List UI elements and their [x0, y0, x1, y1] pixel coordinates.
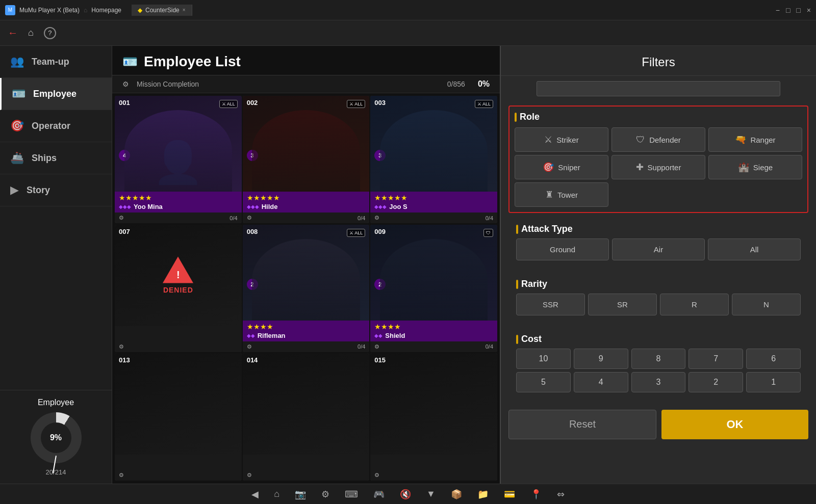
teamup-label: Team-up — [32, 57, 69, 67]
taskbar-pin-icon[interactable]: 📍 — [530, 489, 542, 500]
tower-icon: ♜ — [545, 189, 553, 200]
cost-4-button[interactable]: 4 — [574, 372, 628, 392]
sidebar-item-ships[interactable]: 🚢 Ships — [0, 142, 112, 174]
card-002[interactable]: 002 ⚔ALL 3 ★★★★★ ◆◆◆ Hilde ⚙ — [243, 96, 370, 223]
card-003-bottom: ★★★★★ ◆◆◆ Joo S — [370, 192, 497, 213]
back-button[interactable]: ← — [8, 27, 18, 39]
supporter-button[interactable]: ✚ Supporter — [611, 155, 705, 179]
card-007-progress: ⚙ — [115, 341, 242, 352]
card-001-progress: ⚙ 0/4 — [115, 213, 242, 223]
close-window-button[interactable]: × — [807, 6, 811, 14]
operator-icon: 🎯 — [10, 119, 24, 132]
app-icon: M — [5, 5, 15, 15]
card-008[interactable]: 008 ⚔ALL 2 ★★★★ ◆◆ Rifleman ⚙ — [243, 225, 370, 352]
employee-list-title: Employee List — [144, 54, 241, 70]
air-button[interactable]: Air — [612, 238, 705, 260]
taskbar-mute-icon[interactable]: 🔇 — [400, 489, 411, 500]
card-001-mission-count: 0/4 — [230, 215, 237, 221]
card-014-image — [243, 353, 370, 455]
cost-title: Cost — [521, 334, 542, 344]
sniper-button[interactable]: 🎯 Sniper — [515, 155, 608, 179]
n-button[interactable]: N — [732, 294, 801, 315]
sidebar-item-operator[interactable]: 🎯 Operator — [0, 110, 112, 142]
tab-bar: ◆ CounterSide × — [132, 5, 192, 16]
siege-button[interactable]: 🏰 Siege — [708, 155, 802, 179]
cost-3-button[interactable]: 3 — [631, 372, 686, 392]
taskbar-folder-icon[interactable]: 📁 — [477, 489, 489, 500]
taskbar-settings-icon[interactable]: ⚙ — [321, 489, 329, 500]
cost-5-button[interactable]: 5 — [516, 372, 571, 392]
card-002-bottom: ★★★★★ ◆◆◆ Hilde — [243, 192, 370, 213]
reset-button[interactable]: Reset — [508, 410, 656, 439]
role-grid: ⚔ Striker 🛡 Defender 🔫 Ranger 🎯 Sniper ✚ — [515, 127, 802, 207]
sr-button[interactable]: SR — [588, 294, 657, 315]
taskbar-volume-icon[interactable]: ▼ — [426, 489, 436, 499]
card-003[interactable]: 003 ⚔ALL 3 ★★★★★ ◆◆◆ Joo S ⚙ — [370, 96, 497, 223]
tower-button[interactable]: ♜ Tower — [515, 182, 608, 207]
cost-7-button[interactable]: 7 — [688, 349, 743, 369]
card-009-mission-count: 0/4 — [486, 343, 493, 350]
card-002-image: ⚔ALL 3 — [243, 96, 370, 192]
card-013-number: 013 — [119, 356, 130, 364]
card-002-name: Hilde — [262, 203, 278, 210]
sidebar-item-story[interactable]: ▶ Story — [0, 174, 112, 206]
ranger-button[interactable]: 🔫 Ranger — [708, 127, 802, 152]
all-button[interactable]: All — [708, 238, 801, 260]
card-008-mission-icon: ⚙ — [247, 343, 252, 350]
card-002-mission-icon: ⚙ — [247, 215, 252, 221]
minimize-button[interactable]: − — [776, 6, 780, 14]
card-008-progress: ⚙ 0/4 — [243, 341, 370, 352]
card-014[interactable]: 014 ⚙ — [243, 353, 370, 481]
striker-button[interactable]: ⚔ Striker — [515, 127, 608, 152]
help-button[interactable]: ? — [44, 27, 56, 39]
rarity-title: Rarity — [521, 279, 547, 289]
sniper-label: Sniper — [558, 163, 580, 172]
title-bar-controls: − □ □ × — [776, 6, 816, 14]
maximize-button[interactable]: □ — [796, 6, 800, 14]
card-008-image: ⚔ALL 2 — [243, 225, 370, 321]
card-007[interactable]: 007 ! DENIED ⚙ — [115, 225, 242, 352]
cost-2-button[interactable]: 2 — [688, 372, 743, 392]
search-bar[interactable] — [537, 81, 780, 96]
taskbar-package-icon[interactable]: 📦 — [451, 489, 462, 500]
taskbar-expand-icon[interactable]: ⇔ — [557, 489, 565, 500]
title-bar-left: M MuMu Player X (Beta) ⌂ Homepage — [0, 5, 126, 15]
counterside-tab[interactable]: ◆ CounterSide × — [132, 5, 192, 16]
taskbar-camera-icon[interactable]: 📷 — [295, 489, 306, 500]
r-button[interactable]: R — [660, 294, 729, 315]
taskbar-card-icon[interactable]: 💳 — [504, 489, 515, 500]
card-001[interactable]: 001 ⚔ALL 4 👤 ★★★★★ ◆◆◆ Yoo Mina — [115, 96, 242, 223]
app-title: MuMu Player X (Beta) — [19, 7, 80, 14]
card-009-stars: ★★★★ — [374, 323, 493, 331]
taskbar-back-icon[interactable]: ◀ — [251, 489, 259, 500]
cost-1-button[interactable]: 1 — [746, 372, 801, 392]
card-015[interactable]: 015 ⚙ — [370, 353, 497, 481]
restore-button[interactable]: □ — [786, 6, 790, 14]
card-009[interactable]: 009 🛡 2 ★★★★ ◆◆ Shield ⚙ 0/4 — [370, 225, 497, 352]
cost-10-button[interactable]: 10 — [516, 349, 571, 369]
card-007-bottom-empty — [115, 326, 242, 341]
card-014-progress: ⚙ — [243, 470, 370, 481]
ssr-button[interactable]: SSR — [516, 294, 585, 315]
cost-6-button[interactable]: 6 — [746, 349, 801, 369]
defender-button[interactable]: 🛡 Defender — [611, 127, 705, 152]
taskbar-home-icon[interactable]: ⌂ — [274, 489, 279, 499]
sidebar-item-employee[interactable]: 🪪 Employee — [0, 78, 112, 110]
home-button[interactable]: ⌂ — [28, 28, 34, 38]
siege-icon: 🏰 — [738, 162, 749, 173]
ok-button[interactable]: OK — [661, 410, 808, 439]
tab-close-button[interactable]: × — [183, 7, 186, 13]
card-008-type: ⚔ALL — [347, 229, 365, 237]
taskbar-keyboard-icon[interactable]: ⌨ — [345, 489, 358, 500]
sidebar-item-teamup[interactable]: 👥 Team-up — [0, 46, 112, 78]
card-009-name: Shield — [385, 332, 405, 339]
teamup-icon: 👥 — [10, 55, 24, 68]
title-bar: M MuMu Player X (Beta) ⌂ Homepage ◆ Coun… — [0, 0, 816, 20]
card-013-bottom-empty — [115, 455, 242, 470]
cost-8-button[interactable]: 8 — [631, 349, 686, 369]
pie-percent: 9% — [50, 433, 62, 442]
card-013[interactable]: 013 ⚙ — [115, 353, 242, 481]
cost-9-button[interactable]: 9 — [574, 349, 628, 369]
ground-button[interactable]: Ground — [516, 238, 609, 260]
taskbar-gamepad-icon[interactable]: 🎮 — [373, 489, 385, 500]
